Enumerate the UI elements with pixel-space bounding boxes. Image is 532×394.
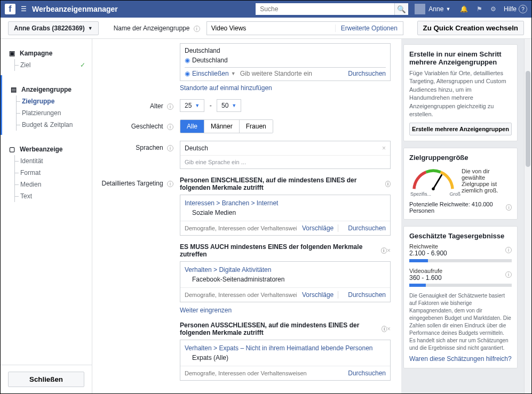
disclaimer: Die Genauigkeit der Schätzwerte basiert … <box>409 292 512 352</box>
feedback-link[interactable]: Waren diese Schätzungen hilfreich? <box>409 355 512 363</box>
also-heading: ES MUSS AUCH mindestens EINES der folgen… <box>180 243 391 258</box>
quick-creation-button[interactable]: Zu Quick Creation wechseln <box>417 21 525 35</box>
main-panel: Deutschland ◉Deutschland ◉ Einschließen … <box>92 39 401 393</box>
fb-logo[interactable]: f <box>5 4 15 14</box>
nav-item-format[interactable]: Format <box>15 167 92 179</box>
include-dropdown[interactable]: ◉ Einschließen ▼ <box>185 70 236 77</box>
user-menu[interactable]: Anne ▼ <box>415 4 450 14</box>
include-suggest[interactable]: Vorschläge <box>302 224 334 232</box>
age-dash: - <box>210 102 212 109</box>
age-max-select[interactable]: 50▼ <box>217 99 241 112</box>
also-suggest[interactable]: Vorschläge <box>302 291 334 299</box>
gender-label: Geschlecht i <box>92 119 180 133</box>
hamburger-icon[interactable]: ☰ <box>21 5 27 13</box>
location-box: Deutschland ◉Deutschland ◉ Einschließen … <box>180 43 391 81</box>
info-icon[interactable]: i <box>167 181 173 187</box>
gender-male[interactable]: Männer <box>204 120 239 133</box>
nav-campaign-header[interactable]: ▣ Kampagne <box>1 47 92 59</box>
info-icon[interactable]: i <box>167 124 173 130</box>
flag-icon[interactable]: ⚑ <box>477 5 482 13</box>
gender-female[interactable]: Frauen <box>239 120 273 133</box>
language-value: Deutsch <box>185 144 208 152</box>
exclude-input[interactable] <box>185 369 343 377</box>
scroll-thumb[interactable] <box>526 71 530 167</box>
exclude-browse[interactable]: Durchsuchen <box>348 369 386 377</box>
nav-item-identitaet[interactable]: Identität <box>15 155 92 167</box>
nav-item-zielgruppe[interactable]: Zielgruppe <box>17 95 92 107</box>
pin-icon: ◉ <box>185 70 190 77</box>
nav-item-ziel[interactable]: Ziel ✓ <box>15 59 92 71</box>
remove-language-icon[interactable]: × <box>382 144 386 152</box>
top-icons: 🔔 ⚑ ⚙ <box>457 5 499 13</box>
info-icon[interactable]: i <box>385 181 391 187</box>
gauge-labels: Spezifis...Groß <box>409 191 462 197</box>
multi-adset-button[interactable]: Erstelle mehrere Anzeigengruppen <box>409 123 512 135</box>
nav-item-text[interactable]: Text <box>15 190 92 202</box>
gender-all[interactable]: Alle <box>180 120 204 133</box>
narrow-link[interactable]: Weiter eingrenzen <box>180 307 232 314</box>
audience-size-box: Zielgruppengröße Spezifis...Groß <box>403 148 518 220</box>
multi-adset-body: Füge Variablen für Orte, detailliertes T… <box>409 69 512 118</box>
account-selector[interactable]: Anne Grabs (38226369) ▼ <box>8 21 99 35</box>
info-icon[interactable]: i <box>505 271 512 278</box>
svg-point-1 <box>432 188 434 190</box>
nav-item-budget[interactable]: Budget & Zeitplan <box>17 119 92 131</box>
multi-adset-box: Erstelle in nur einem Schritt mehrere An… <box>403 44 518 141</box>
include-browse[interactable]: Durchsuchen <box>348 224 386 232</box>
also-value: Facebook-Seitenadministratoren <box>180 276 390 287</box>
help-menu[interactable]: Hilfe ? <box>504 5 527 13</box>
caret-down-icon: ▼ <box>232 103 236 108</box>
also-crumb: Verhalten > Digitale Aktivitäten <box>180 262 390 276</box>
add-locations-link[interactable]: Standorte auf einmal hinzufügen <box>180 84 272 92</box>
scrollbar[interactable] <box>524 39 531 393</box>
close-bar: Schließen <box>1 365 92 393</box>
nav-campaign: ▣ Kampagne Ziel ✓ <box>1 39 92 75</box>
info-icon[interactable]: i <box>167 145 173 151</box>
nav-ad: ▢ Werbeanzeige Identität Format Medien T… <box>1 135 92 206</box>
caret-down-icon: ▼ <box>195 103 200 108</box>
close-button[interactable]: Schließen <box>8 372 84 387</box>
location-browse[interactable]: Durchsuchen <box>348 70 386 77</box>
info-icon[interactable]: i <box>381 247 387 254</box>
location-input[interactable] <box>240 70 348 77</box>
age-label: Alter i <box>92 99 180 112</box>
search-input[interactable] <box>256 3 394 15</box>
nav-item-medien[interactable]: Medien <box>15 179 92 190</box>
gear-icon[interactable]: ⚙ <box>490 5 496 13</box>
bell-icon[interactable]: 🔔 <box>460 5 468 13</box>
gender-group: Alle Männer Frauen <box>180 119 273 133</box>
adset-name-input[interactable] <box>207 25 335 32</box>
info-icon[interactable]: i <box>382 326 387 332</box>
info-icon[interactable]: i <box>167 103 173 110</box>
exclude-crumb: Verhalten > Expats – Nicht in ihrem Heim… <box>180 340 390 354</box>
nav-item-platzierungen[interactable]: Platzierungen <box>17 107 92 119</box>
nav-ad-header[interactable]: ▢ Werbeanzeige <box>1 143 92 155</box>
topbar: f ☰ Werbeanzeigenmanager 🔍 Anne ▼ 🔔 ⚑ ⚙ … <box>1 1 531 18</box>
include-heading: Personen EINSCHLIESSEN, auf die mindeste… <box>180 176 391 191</box>
potential-reach: Potenzielle Reichweite: 410.000 Personen… <box>409 201 512 214</box>
language-input[interactable]: Gib eine Sprache ein ... <box>180 155 390 168</box>
remove-exclude-icon[interactable]: × <box>387 325 391 333</box>
also-browse[interactable]: Durchsuchen <box>348 291 386 299</box>
include-input[interactable] <box>185 224 297 232</box>
info-icon[interactable]: i <box>194 26 200 32</box>
help-icon: ? <box>519 5 527 13</box>
ad-icon: ▢ <box>8 146 15 153</box>
info-icon[interactable]: i <box>506 204 512 211</box>
location-value: ◉Deutschland <box>185 57 386 64</box>
include-value: Soziale Medien <box>180 209 390 221</box>
left-nav: ▣ Kampagne Ziel ✓ ▤ Anzeigengruppe Zielg… <box>1 39 92 393</box>
age-min-select[interactable]: 25▼ <box>180 99 204 112</box>
daily-estimates-title: Geschätzte Tagesergebnisse <box>409 232 512 240</box>
adset-icon: ▤ <box>10 86 17 93</box>
caret-down-icon: ▼ <box>446 6 450 12</box>
search-button[interactable]: 🔍 <box>394 3 408 15</box>
advanced-options-link[interactable]: Erweiterte Optionen <box>335 25 403 32</box>
also-box: Verhalten > Digitale Aktivitäten Faceboo… <box>180 261 391 302</box>
detailed-targeting-label: Detailliertes Targeting i <box>92 176 180 381</box>
nav-adset-header[interactable]: ▤ Anzeigengruppe <box>2 84 92 95</box>
remove-also-icon[interactable]: × <box>387 247 391 254</box>
info-icon[interactable]: i <box>505 247 512 253</box>
views-label: Videoaufrufe <box>409 268 442 274</box>
also-input[interactable] <box>185 291 297 299</box>
